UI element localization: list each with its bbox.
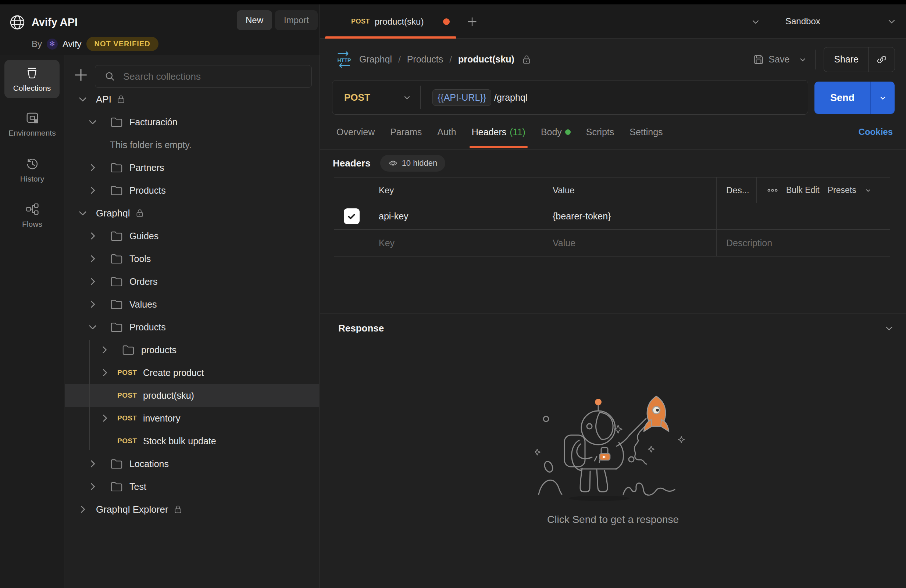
chevron-right-icon[interactable] xyxy=(88,299,98,309)
chevron-right-icon[interactable] xyxy=(100,368,110,378)
rail-item-environments[interactable]: Environments xyxy=(0,111,64,137)
breadcrumb-folder[interactable]: Products xyxy=(407,54,443,65)
presets-chevron-icon[interactable] xyxy=(865,187,872,194)
new-button[interactable]: New xyxy=(237,10,272,30)
lock-icon xyxy=(522,55,531,64)
header-row-placeholder: Key Value Description xyxy=(334,230,890,256)
tree-folder-locations[interactable]: Locations xyxy=(65,453,319,475)
value-cell[interactable]: {bearer-token} xyxy=(543,203,717,230)
value-placeholder-cell[interactable]: Value xyxy=(543,230,717,256)
chevron-down-icon[interactable] xyxy=(88,322,98,332)
chevron-down-icon[interactable] xyxy=(88,117,98,127)
tab-scripts[interactable]: Scripts xyxy=(586,115,614,149)
tree-collection-graphql-explorer[interactable]: Graphql Explorer xyxy=(65,498,319,521)
hidden-headers-pill[interactable]: 10 hidden xyxy=(380,155,446,172)
tab-label: Scripts xyxy=(586,127,614,137)
tree-item-label: Graphql Explorer xyxy=(96,504,168,515)
tree-folder-products[interactable]: products xyxy=(65,338,319,361)
tab-settings[interactable]: Settings xyxy=(630,115,663,149)
row-checkbox[interactable] xyxy=(344,209,360,224)
chevron-right-icon[interactable] xyxy=(78,504,88,515)
presets-link[interactable]: Presets xyxy=(828,185,857,195)
rail-item-collections[interactable]: Collections xyxy=(5,60,59,98)
url-input[interactable]: POST {{API-URL}} /graphql xyxy=(332,80,808,115)
open-request-tab[interactable]: POST product(sku) xyxy=(325,5,456,38)
save-options-chevron-icon[interactable] xyxy=(798,55,807,64)
tab-params[interactable]: Params xyxy=(390,115,422,149)
more-options-icon[interactable] xyxy=(767,188,778,193)
tab-auth[interactable]: Auth xyxy=(437,115,456,149)
tree-folder-tools[interactable]: Tools xyxy=(65,247,319,270)
request-toolbar: HTTP Graphql / Products / product(sku) xyxy=(320,38,906,80)
chevron-right-icon[interactable] xyxy=(88,459,98,469)
publisher-byline: By ✻ Avify NOT VERIFIED xyxy=(32,37,158,51)
tab-body[interactable]: Body xyxy=(541,115,571,149)
send-options-button[interactable] xyxy=(870,81,895,114)
chevron-right-icon[interactable] xyxy=(88,185,98,196)
url-environment-variable[interactable]: {{API-URL}} xyxy=(432,89,491,106)
tree-collection-api[interactable]: API xyxy=(65,88,319,111)
add-collection-button[interactable] xyxy=(73,67,89,83)
tree-folder-values[interactable]: Values xyxy=(65,293,319,316)
tree-request-inventory[interactable]: POSTinventory xyxy=(65,407,319,430)
folder-icon xyxy=(110,481,123,492)
chevron-right-icon[interactable] xyxy=(88,231,98,241)
tab-list-chevron-icon[interactable] xyxy=(751,17,761,27)
breadcrumb-request[interactable]: product(sku) xyxy=(458,54,514,65)
chevron-right-icon[interactable] xyxy=(88,163,98,173)
send-button[interactable]: Send xyxy=(814,81,870,114)
environment-selector[interactable]: Sandbox xyxy=(773,5,906,38)
response-divider[interactable] xyxy=(320,314,906,314)
chevron-right-icon[interactable] xyxy=(88,253,98,264)
chevron-down-icon[interactable] xyxy=(78,94,88,104)
description-placeholder-cell[interactable]: Description xyxy=(717,230,890,256)
tree-item-label: API xyxy=(96,94,112,105)
new-tab-button[interactable] xyxy=(466,16,478,27)
tree-folder-orders[interactable]: Orders xyxy=(65,270,319,293)
share-button[interactable]: Share xyxy=(824,47,895,72)
import-button[interactable]: Import xyxy=(275,10,318,30)
key-cell[interactable]: api-key xyxy=(369,203,543,230)
chevron-right-icon[interactable] xyxy=(88,481,98,492)
url-path[interactable]: /graphql xyxy=(494,92,527,103)
tree-item-label: Tools xyxy=(129,253,151,264)
save-button[interactable]: Save xyxy=(753,54,790,65)
save-label: Save xyxy=(769,54,790,65)
key-placeholder-cell[interactable]: Key xyxy=(369,230,543,256)
search-collections-input[interactable]: Search collections xyxy=(95,65,312,88)
tree-folder-guides[interactable]: Guides xyxy=(65,225,319,247)
folder-icon xyxy=(110,230,123,241)
tab-headers[interactable]: Headers(11) xyxy=(472,115,525,149)
response-empty-text: Click Send to get a response xyxy=(320,514,906,526)
tab-overview[interactable]: Overview xyxy=(337,115,375,149)
tree-request-stock-bulk-update[interactable]: POSTStock bulk update xyxy=(65,430,319,453)
tree-folder-products[interactable]: Products xyxy=(65,179,319,202)
by-label: By xyxy=(32,39,42,49)
response-collapse-chevron-icon[interactable] xyxy=(884,323,894,333)
tree-collection-graphql[interactable]: Graphql xyxy=(65,202,319,225)
method-selector[interactable]: POST xyxy=(344,80,370,114)
tree-item-label: Partners xyxy=(129,163,164,173)
tree-folder-test[interactable]: Test xyxy=(65,475,319,498)
bulk-edit-link[interactable]: Bulk Edit xyxy=(786,185,820,195)
cookies-link[interactable]: Cookies xyxy=(858,127,893,137)
tree-request-create-product[interactable]: POSTCreate product xyxy=(65,361,319,384)
breadcrumb-collection[interactable]: Graphql xyxy=(359,54,392,65)
tree-folder-facturaci-n[interactable]: Facturación xyxy=(65,111,319,134)
copy-link-icon[interactable] xyxy=(869,54,895,65)
rail-item-history[interactable]: History xyxy=(0,157,64,183)
chevron-right-icon[interactable] xyxy=(99,345,110,355)
chevron-right-icon[interactable] xyxy=(88,276,98,287)
chevron-down-icon[interactable] xyxy=(78,208,88,218)
description-cell[interactable] xyxy=(717,203,890,230)
publisher-name[interactable]: Avify xyxy=(62,39,81,49)
folder-icon xyxy=(110,116,123,127)
tree-request-product-sku[interactable]: POSTproduct(sku) xyxy=(65,384,319,407)
chevron-right-icon[interactable] xyxy=(100,413,110,423)
tab-name-label: product(sku) xyxy=(375,16,424,27)
tree-folder-partners[interactable]: Partners xyxy=(65,156,319,179)
rail-item-flows[interactable]: Flows xyxy=(0,202,64,229)
tree-folder-products[interactable]: Products xyxy=(65,316,319,338)
headers-title: Headers xyxy=(333,158,371,169)
globe-icon[interactable] xyxy=(9,14,26,31)
